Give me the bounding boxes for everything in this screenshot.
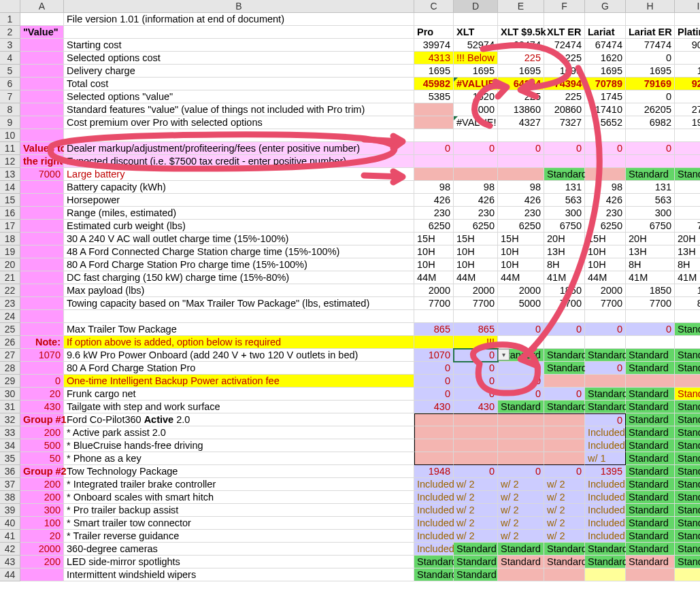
cell-F2[interactable]: XLT ER	[544, 26, 585, 39]
cell-D7[interactable]: 1520	[454, 90, 498, 103]
cell-C35[interactable]	[414, 452, 454, 465]
cell-D6[interactable]: #VALUE!	[454, 78, 498, 90]
cell-B10[interactable]	[64, 129, 414, 142]
cell-D28[interactable]: 0	[454, 362, 498, 375]
cell-I16[interactable]: 280	[675, 207, 700, 220]
cell-I25[interactable]: Standard	[675, 323, 700, 336]
cell-I32[interactable]: Standard	[675, 413, 700, 426]
row-27[interactable]: 27	[0, 349, 20, 362]
cell-F1[interactable]	[544, 13, 585, 26]
row-25[interactable]: 25	[0, 323, 20, 336]
row-40[interactable]: 40	[0, 517, 20, 530]
cell-F22[interactable]: 1850	[544, 284, 585, 297]
cell-C22[interactable]: 2000	[414, 284, 454, 297]
cell-E8[interactable]: 13860	[498, 103, 544, 116]
cell-D1[interactable]	[454, 13, 498, 26]
cell-A15[interactable]	[20, 194, 64, 207]
cell-E43[interactable]: Standard	[498, 556, 544, 568]
cell-H12[interactable]	[626, 155, 675, 168]
cell-C1[interactable]	[414, 13, 454, 26]
cell-F20[interactable]: 8H	[544, 258, 585, 271]
cell-H23[interactable]: 7700	[626, 297, 675, 310]
cell-A9[interactable]	[20, 116, 64, 129]
cell-A26[interactable]: Note:	[20, 336, 64, 349]
cell-H5[interactable]: 1695	[626, 65, 675, 78]
cell-C2[interactable]: Pro	[414, 26, 454, 39]
cell-A34[interactable]: 500	[20, 439, 64, 452]
cell-D20[interactable]: 10H	[454, 258, 498, 271]
cell-E34[interactable]	[498, 439, 544, 452]
cell-B24[interactable]	[64, 310, 414, 323]
cell-C30[interactable]: 0	[414, 388, 454, 401]
cell-H11[interactable]: 0	[626, 142, 675, 155]
cell-G25[interactable]: 0	[585, 323, 626, 336]
cell-F24[interactable]	[544, 310, 585, 323]
cell-B16[interactable]: Range (miles, estimated)	[64, 207, 414, 220]
cell-D24[interactable]	[454, 310, 498, 323]
cell-A13[interactable]: 7000	[20, 168, 64, 181]
cell-C12[interactable]	[414, 155, 454, 168]
row-30[interactable]: 30	[0, 388, 20, 401]
row-21[interactable]: 21	[0, 271, 20, 284]
cell-D16[interactable]: 230	[454, 207, 498, 220]
cell-B15[interactable]: Horsepower	[64, 194, 414, 207]
row-37[interactable]: 37	[0, 478, 20, 491]
cell-E21[interactable]: 44M	[498, 271, 544, 284]
cell-G20[interactable]: 10H	[585, 258, 626, 271]
cell-I27[interactable]: Standard	[675, 349, 700, 362]
cell-A17[interactable]	[20, 220, 64, 233]
cell-G1[interactable]	[585, 13, 626, 26]
row-19[interactable]: 19	[0, 245, 20, 258]
cell-C21[interactable]: 44M	[414, 271, 454, 284]
cell-A20[interactable]	[20, 258, 64, 271]
row-43[interactable]: 43	[0, 556, 20, 568]
cell-G33[interactable]: Included	[585, 426, 626, 439]
cell-G23[interactable]: 7700	[585, 297, 626, 310]
row-7[interactable]: 7	[0, 90, 20, 103]
cell-C15[interactable]: 426	[414, 194, 454, 207]
row-36[interactable]: 36	[0, 465, 20, 478]
cell-D5[interactable]: 1695	[454, 65, 498, 78]
cell-C33[interactable]	[414, 426, 454, 439]
cell-I43[interactable]: Standard	[675, 556, 700, 568]
cell-I13[interactable]: Standard	[675, 168, 700, 181]
cell-A18[interactable]	[20, 233, 64, 245]
cell-H6[interactable]: 79169	[626, 78, 675, 90]
cell-D44[interactable]: Standard	[454, 568, 498, 581]
cell-C32[interactable]	[414, 413, 454, 426]
cell-H43[interactable]: Standard	[626, 556, 675, 568]
cell-H40[interactable]: Standard	[626, 517, 675, 530]
cell-I40[interactable]: Standard	[675, 517, 700, 530]
cell-H16[interactable]: 300	[626, 207, 675, 220]
cell-G6[interactable]: 70789	[585, 78, 626, 90]
cell-D21[interactable]: 44M	[454, 271, 498, 284]
cell-G11[interactable]: 0	[585, 142, 626, 155]
cell-H34[interactable]: Standard	[626, 439, 675, 452]
cell-G30[interactable]: Standard	[585, 388, 626, 401]
cell-A27[interactable]: 1070	[20, 349, 64, 362]
cell-B36[interactable]: Tow Technology Package	[64, 465, 414, 478]
cell-D19[interactable]: 10H	[454, 245, 498, 258]
cell-C37[interactable]: Included	[414, 478, 454, 491]
cell-F35[interactable]	[544, 452, 585, 465]
cell-H27[interactable]: Standard	[626, 349, 675, 362]
row-15[interactable]: 15	[0, 194, 20, 207]
cell-A16[interactable]	[20, 207, 64, 220]
cell-B32[interactable]: Ford Co-Pilot360 Active 2.0	[64, 413, 414, 426]
cell-B19[interactable]: 48 A Ford Connected Charge Station charg…	[64, 245, 414, 258]
cell-F8[interactable]: 20860	[544, 103, 585, 116]
cell-I2[interactable]: Platinum	[675, 26, 700, 39]
cell-E24[interactable]	[498, 310, 544, 323]
cell-F40[interactable]: w/ 2	[544, 517, 585, 530]
cell-B42[interactable]: 360-degree cameras	[64, 543, 414, 556]
row-11[interactable]: 11	[0, 142, 20, 155]
cell-E5[interactable]: 1695	[498, 65, 544, 78]
cell-F21[interactable]: 41M	[544, 271, 585, 284]
cell-I37[interactable]: Standard	[675, 478, 700, 491]
cell-C6[interactable]: 45982	[414, 78, 454, 90]
cell-G10[interactable]	[585, 129, 626, 142]
row-41[interactable]: 41	[0, 530, 20, 543]
cell-A41[interactable]: 20	[20, 530, 64, 543]
cell-C5[interactable]: 1695	[414, 65, 454, 78]
cell-F13[interactable]: Standard	[544, 168, 585, 181]
